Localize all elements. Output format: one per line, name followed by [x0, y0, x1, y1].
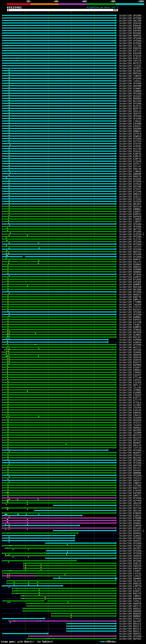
hit-bar[interactable]	[4, 349, 115, 350]
hit-label[interactable]: UniRef100_C5FKL1	[119, 600, 141, 602]
hit-label[interactable]: UniRef100_B4KF36	[119, 296, 141, 298]
hit-bar[interactable]	[2, 430, 115, 431]
hit-bar[interactable]	[2, 352, 115, 353]
hit-label[interactable]: UniRef100_UPI000..	[119, 273, 144, 276]
hit-bar[interactable]	[2, 545, 115, 546]
hit-bar[interactable]	[2, 105, 115, 106]
hit-label[interactable]: UniRef100_A2AWA0	[119, 90, 141, 92]
hit-label[interactable]: UniRef100_Q07478	[119, 434, 141, 436]
hit-bar[interactable]	[2, 48, 115, 49]
hit-bar[interactable]	[2, 168, 115, 169]
hit-bar[interactable]	[2, 115, 115, 116]
hit-label[interactable]: UniRef100_Q9LFN6	[119, 20, 141, 22]
hit-label[interactable]: UniRef100_Q3TIE4	[119, 140, 141, 142]
hit-bar[interactable]	[2, 364, 115, 365]
hit-bar[interactable]	[2, 392, 115, 393]
hit-label[interactable]: UniRef100_UPI000..	[119, 537, 144, 540]
hit-label[interactable]: UniRef100_UPI000..	[119, 180, 144, 183]
hit-label[interactable]: UniRef100_A2AB34	[119, 341, 141, 344]
hit-bar[interactable]	[2, 492, 115, 494]
hit-bar[interactable]	[2, 434, 115, 436]
hit-label[interactable]: UniRef100_A5E3W5	[119, 281, 141, 283]
hit-label[interactable]: UniRef100_B0X3U8	[119, 286, 141, 288]
hit-label[interactable]: UniRef100_B6K783	[119, 250, 141, 253]
hit-bar[interactable]	[5, 548, 115, 549]
hit-bar[interactable]	[2, 490, 115, 491]
hit-bar[interactable]	[2, 444, 115, 446]
hit-label[interactable]: UniRef100_C8Z6M0	[119, 432, 141, 434]
hit-bar[interactable]	[2, 372, 115, 373]
hit-label[interactable]: UniRef100_Q8VDW0	[119, 128, 141, 130]
hit-label[interactable]: UniRef100_Q86E04	[119, 354, 141, 356]
hit-bar[interactable]	[2, 166, 115, 167]
hit-bar[interactable]	[2, 336, 115, 338]
hit-label[interactable]: UniRef100_B2ATY1	[119, 396, 141, 399]
hit-bar[interactable]	[2, 254, 115, 255]
hit-bar[interactable]	[2, 532, 77, 534]
hit-bar[interactable]	[67, 630, 115, 632]
hit-label[interactable]: UniRef100_A5AZI2	[119, 57, 141, 60]
hit-bar[interactable]	[2, 60, 115, 61]
hit-bar[interactable]	[2, 485, 115, 486]
hit-bar[interactable]	[54, 578, 115, 579]
hit-bar[interactable]	[2, 75, 115, 76]
hit-label[interactable]: UniRef100_B5X1H9	[119, 100, 141, 102]
hit-label[interactable]: UniRef100_B9ZYW1	[119, 457, 141, 459]
hit-label[interactable]: UniRef100_Q5JK84	[119, 70, 141, 72]
hit-bar[interactable]	[2, 88, 115, 89]
hit-bar[interactable]	[21, 598, 115, 599]
hit-bar[interactable]	[2, 251, 115, 252]
hit-bar[interactable]	[2, 502, 115, 504]
hit-bar[interactable]	[2, 442, 115, 443]
hit-label[interactable]: UniRef100_C9SBC7	[119, 324, 141, 326]
hit-label[interactable]: UniRef100_A2AB32	[119, 514, 141, 517]
hit-bar[interactable]	[45, 573, 115, 574]
hit-label[interactable]: UniRef100_A7AVP6	[119, 489, 141, 492]
hit-label[interactable]: UniRef100_C6TJB8	[119, 44, 141, 47]
hit-label[interactable]: UniRef100_Q13838-2	[119, 233, 144, 236]
hit-bar[interactable]	[2, 399, 115, 400]
hit-label[interactable]: UniRef100_A0BPV0	[119, 602, 141, 605]
hit-bar[interactable]	[2, 354, 115, 355]
hit-label[interactable]: UniRef100_Q5K6R1	[119, 532, 141, 534]
hit-bar[interactable]	[2, 163, 115, 164]
hit-label[interactable]: UniRef100_C4M9V7	[119, 595, 141, 598]
hit-bar[interactable]	[2, 284, 115, 285]
hit-label[interactable]: UniRef100_Q3TPL7	[119, 163, 141, 165]
hit-bar[interactable]	[2, 570, 115, 571]
hit-label[interactable]: UniRef100_A2BF56	[119, 152, 141, 155]
hit-label[interactable]: UniRef100_Q0JM17	[119, 67, 141, 70]
hit-label[interactable]: UniRef100_Q18Z12	[119, 195, 141, 198]
hit-label[interactable]: UniRef100_Q4UC68	[119, 502, 141, 504]
hit-label[interactable]: UniRef100_B7FKB4	[119, 42, 141, 44]
hit-label[interactable]: UniRef100_Q4YB85	[119, 520, 141, 522]
hit-label[interactable]: UniRef100_UPI000..	[119, 37, 144, 40]
hit-label[interactable]: UniRef100_B6KST9	[119, 487, 141, 489]
hit-bar[interactable]	[2, 42, 115, 44]
hit-label[interactable]: UniRef100_UPI000..	[119, 243, 144, 246]
hit-label[interactable]: UniRef100_Q7RSM9	[119, 517, 141, 520]
hit-bar[interactable]	[2, 528, 115, 529]
hit-bar[interactable]	[2, 515, 81, 516]
hit-bar[interactable]	[3, 600, 43, 602]
hit-bar[interactable]	[2, 266, 115, 267]
hit-bar[interactable]	[67, 626, 115, 627]
hit-bar[interactable]	[46, 542, 115, 544]
hit-label[interactable]: UniRef100_A7TLA0	[119, 376, 141, 379]
hit-bar[interactable]	[2, 407, 115, 408]
hit-label[interactable]: UniRef100_UPI000..	[119, 77, 144, 80]
hit-bar[interactable]	[2, 238, 115, 240]
hit-bar[interactable]	[2, 248, 115, 250]
hit-bar[interactable]	[23, 610, 115, 612]
hit-bar[interactable]	[2, 410, 115, 410]
hit-bar[interactable]	[2, 480, 115, 481]
hit-label[interactable]: UniRef100_A8NRG2	[119, 130, 141, 132]
hit-bar[interactable]	[2, 150, 115, 152]
hit-bar[interactable]	[2, 193, 115, 194]
hit-bar[interactable]	[2, 437, 115, 438]
hit-label[interactable]: UniRef100_B1Q2N1	[119, 178, 141, 180]
hit-label[interactable]: UniRef100_B4GJK7	[119, 336, 141, 338]
hit-bar[interactable]	[2, 70, 115, 71]
hit-bar[interactable]	[2, 62, 115, 64]
hit-bar[interactable]	[2, 203, 115, 204]
